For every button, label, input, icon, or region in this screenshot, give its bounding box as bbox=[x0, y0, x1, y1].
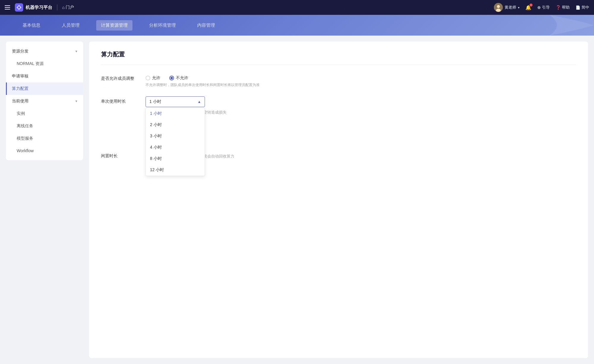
sidebar-section-approval: 申请审核 bbox=[6, 70, 83, 82]
allow-adjust-row: 是否允许成员调整 允许 不允许 不允许调整时，团队成员的单次使用时长和闲置时长将… bbox=[101, 74, 576, 88]
duration-dropdown-trigger[interactable]: 1 小时 ▲ bbox=[146, 96, 205, 107]
guide-icon: ⊕ bbox=[537, 5, 541, 10]
sidebar: 资源分发 ▾ NORMAL 资源 申请审核 算力配置 当前使用 ▾ 实例 离线任… bbox=[6, 42, 83, 160]
allow-adjust-radio-group: 允许 不允许 bbox=[146, 74, 576, 81]
radio-disallow-label: 不允许 bbox=[176, 75, 188, 81]
allow-adjust-label: 是否允许成员调整 bbox=[101, 74, 137, 81]
home-icon: ⌂ bbox=[62, 5, 64, 10]
logo-icon bbox=[15, 3, 23, 12]
sidebar-item-offline-tasks[interactable]: 离线任务 bbox=[6, 120, 83, 132]
duration-selected-value: 1 小时 bbox=[149, 99, 161, 104]
duration-option-12h[interactable]: 12 小时 bbox=[146, 164, 205, 176]
top-nav-left: 机器学习平台 ⌂ 门户 bbox=[5, 3, 74, 12]
sidebar-item-normal-resource[interactable]: NORMAL 资源 bbox=[6, 58, 83, 70]
top-nav: 机器学习平台 ⌂ 门户 黄老师 ▾ 🔔 ⊕ 引导 bbox=[0, 0, 594, 15]
help-label: 帮助 bbox=[562, 5, 570, 10]
duration-option-8h[interactable]: 8 小时 bbox=[146, 153, 205, 164]
top-nav-right: 黄老师 ▾ 🔔 ⊕ 引导 ❓ 帮助 📄 简中 bbox=[494, 3, 589, 12]
duration-option-2h[interactable]: 2 小时 bbox=[146, 119, 205, 131]
sidebar-section-current-usage-header[interactable]: 当前使用 ▾ bbox=[6, 95, 83, 107]
allow-adjust-hint: 不允许调整时，团队成员的单次使用时长和闲置时长将以管理员配置为准 bbox=[146, 82, 576, 88]
hamburger-menu[interactable] bbox=[5, 5, 10, 9]
sidebar-item-workflow[interactable]: Workflow bbox=[6, 145, 83, 157]
subnav-item-content[interactable]: 内容管理 bbox=[192, 20, 220, 31]
logo-text: 机器学习平台 bbox=[26, 5, 52, 10]
page-title: 算力配置 bbox=[101, 50, 576, 65]
sidebar-section-resource-dispatch-header[interactable]: 资源分发 ▾ bbox=[6, 45, 83, 58]
avatar bbox=[494, 3, 503, 12]
sub-nav: 基本信息 人员管理 计算资源管理 分析环境管理 内容管理 bbox=[0, 15, 594, 36]
guide-label: 引导 bbox=[542, 5, 550, 10]
help-icon: ❓ bbox=[556, 5, 561, 10]
sidebar-section-resource-dispatch-label: 资源分发 bbox=[12, 49, 29, 54]
sidebar-section-approval-label: 申请审核 bbox=[12, 74, 29, 79]
nav-divider bbox=[57, 4, 57, 10]
sidebar-item-compute-config[interactable]: 算力配置 bbox=[6, 82, 83, 95]
dropdown-arrow-icon: ▲ bbox=[198, 100, 201, 104]
portal-link[interactable]: ⌂ 门户 bbox=[62, 5, 74, 10]
subnav-item-basic[interactable]: 基本信息 bbox=[18, 20, 45, 31]
lang-icon: 📄 bbox=[576, 5, 580, 10]
user-chevron-icon: ▾ bbox=[518, 6, 519, 9]
single-use-duration-row: 单次使用时长 1 小时 ▲ 1 小时 2 小时 3 小时 4 小时 8 小时 1… bbox=[101, 96, 576, 115]
sidebar-section-current-usage-label: 当前使用 bbox=[12, 98, 29, 104]
radio-allow[interactable]: 允许 bbox=[146, 75, 160, 81]
portal-label: 门户 bbox=[66, 5, 74, 10]
svg-point-3 bbox=[497, 5, 500, 8]
duration-dropdown-menu: 1 小时 2 小时 3 小时 4 小时 8 小时 12 小时 bbox=[146, 108, 205, 176]
idle-time-label: 闲置时长 bbox=[101, 151, 137, 159]
sidebar-compute-config-label: 算力配置 bbox=[12, 86, 29, 91]
main-layout: 资源分发 ▾ NORMAL 资源 申请审核 算力配置 当前使用 ▾ 实例 离线任… bbox=[0, 36, 594, 364]
logo-area: 机器学习平台 bbox=[15, 3, 52, 12]
sidebar-section-resource-dispatch: 资源分发 ▾ NORMAL 资源 bbox=[6, 45, 83, 70]
guide-link[interactable]: ⊕ 引导 bbox=[537, 5, 550, 10]
single-use-duration-label: 单次使用时长 bbox=[101, 96, 137, 104]
chevron-down-icon-2: ▾ bbox=[75, 99, 77, 103]
subnav-item-compute[interactable]: 计算资源管理 bbox=[96, 20, 132, 31]
sidebar-section-compute-config: 算力配置 bbox=[6, 82, 83, 95]
duration-option-1h[interactable]: 1 小时 bbox=[146, 108, 205, 119]
sidebar-section-approval-header[interactable]: 申请审核 bbox=[6, 70, 83, 82]
notification-badge bbox=[530, 4, 533, 7]
sidebar-section-current-usage: 当前使用 ▾ 实例 离线任务 模型服务 Workflow bbox=[6, 95, 83, 157]
sidebar-item-instances[interactable]: 实例 bbox=[6, 107, 83, 120]
lang-label: 简中 bbox=[582, 5, 589, 10]
user-name: 黄老师 bbox=[505, 5, 516, 10]
duration-dropdown-wrapper: 1 小时 ▲ 1 小时 2 小时 3 小时 4 小时 8 小时 12 小时 bbox=[146, 96, 205, 107]
radio-circle-disallow bbox=[169, 76, 174, 80]
radio-allow-label: 允许 bbox=[152, 75, 160, 81]
allow-adjust-control: 允许 不允许 不允许调整时，团队成员的单次使用时长和闲置时长将以管理员配置为准 bbox=[146, 74, 576, 88]
radio-circle-allow bbox=[146, 76, 150, 80]
notification-bell[interactable]: 🔔 bbox=[525, 5, 531, 10]
svg-point-1 bbox=[18, 6, 20, 9]
duration-option-4h[interactable]: 4 小时 bbox=[146, 142, 205, 153]
duration-option-3h[interactable]: 3 小时 bbox=[146, 131, 205, 142]
content-area: 算力配置 是否允许成员调整 允许 不允许 不允许调整时，团队成员的单次使用时长和… bbox=[89, 42, 588, 358]
idle-time-control: 不关闭编程界面，达到特定时长系统会自动回收算力 bbox=[146, 151, 576, 159]
subnav-item-members[interactable]: 人员管理 bbox=[57, 20, 84, 31]
single-use-duration-control: 1 小时 ▲ 1 小时 2 小时 3 小时 4 小时 8 小时 12 小时 作时… bbox=[146, 96, 576, 115]
chevron-down-icon: ▾ bbox=[75, 49, 77, 53]
subnav-item-analysis[interactable]: 分析环境管理 bbox=[144, 20, 181, 31]
sidebar-item-model-service[interactable]: 模型服务 bbox=[6, 132, 83, 145]
user-area[interactable]: 黄老师 ▾ bbox=[494, 3, 519, 12]
radio-disallow[interactable]: 不允许 bbox=[169, 75, 188, 81]
language-switcher[interactable]: 📄 简中 bbox=[576, 5, 589, 10]
help-link[interactable]: ❓ 帮助 bbox=[556, 5, 570, 10]
